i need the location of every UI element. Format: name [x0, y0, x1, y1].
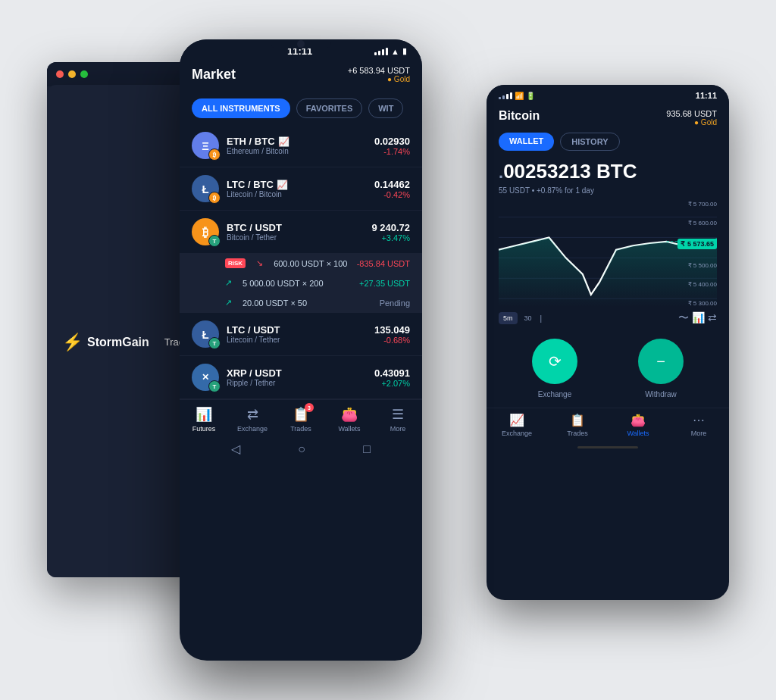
- time-btn-30[interactable]: 30: [520, 312, 537, 324]
- btc-balance: 935.68 USDT: [666, 109, 717, 118]
- nav-futures[interactable]: 📊 Futures: [180, 405, 228, 434]
- risk-badge: RISK: [225, 258, 246, 268]
- eth-btc-price: 0.02930: [374, 136, 410, 147]
- market-row-ltc-btc[interactable]: Ł ₿ LTC / BTC 📈 Litecoin / Bitcoin 0.144…: [180, 167, 422, 211]
- bottom-nav: 📊 Futures ⇄ Exchange 📋 3 Trades 👛 Wallet…: [180, 399, 422, 436]
- bar-chart-btn[interactable]: 📊: [692, 311, 705, 325]
- time-btn-5m[interactable]: 5m: [499, 312, 518, 324]
- market-list: Ξ ₿ ETH / BTC 📈 Ethereum / Bitcoin 0.029…: [180, 124, 422, 399]
- nav-exchange[interactable]: ⇄ Exchange: [228, 405, 277, 434]
- chart-y-3: ₹ 5 500.00: [688, 262, 717, 269]
- center-phone: 11:11 ▲ ▮ Market +6 583.94 USDT ● Gold: [180, 39, 422, 661]
- trades-label: Trades: [290, 425, 311, 433]
- right-signal-icons: 📶 🔋: [499, 92, 535, 100]
- candle-chart-btn[interactable]: ⇄: [708, 311, 717, 325]
- minimize-dot[interactable]: [68, 70, 76, 78]
- btc-usdt-price: 9 240.72: [371, 222, 410, 233]
- back-button[interactable]: ◁: [231, 442, 240, 456]
- maximize-dot[interactable]: [80, 70, 88, 78]
- eth-btc-names: Ethereum / Bitcoin: [227, 147, 367, 155]
- ltc-btc-price: 0.14462: [374, 179, 410, 190]
- logo-text: StormGain: [87, 336, 149, 349]
- line-chart-btn[interactable]: 〜: [678, 311, 689, 325]
- tab-favorites[interactable]: FAVORITES: [296, 98, 363, 118]
- ltc-chart-icon: 📈: [277, 180, 288, 190]
- tab-wit[interactable]: WIT: [368, 98, 403, 118]
- close-dot[interactable]: [56, 70, 64, 78]
- trade-pnl-1: -835.84 USDT: [357, 259, 410, 268]
- exchange-btn-label: Exchange: [538, 390, 571, 398]
- chart-y-2: ₹ 5 600.00: [688, 220, 717, 227]
- right-more-label: More: [691, 430, 707, 437]
- logo-icon: ⚡: [62, 333, 83, 352]
- ltc-usdt-change: -0.68%: [374, 336, 410, 345]
- nav-more[interactable]: ☰ More: [374, 405, 422, 434]
- withdraw-button[interactable]: −: [638, 339, 684, 384]
- wallets-icon: 👛: [341, 406, 358, 423]
- chart-y-4: ₹ 5 400.00: [688, 281, 717, 288]
- trade-arrow-up-2: ↗: [225, 278, 232, 288]
- trade-arrow-down: ↘: [256, 258, 263, 268]
- btc-usdt-icon: ₿ T: [192, 218, 219, 245]
- market-header: Market +6 583.94 USDT ● Gold: [180, 60, 422, 92]
- ltc-usdt-right: 135.049 -0.68%: [374, 324, 410, 345]
- right-exchange-label: Exchange: [502, 430, 532, 437]
- eth-btc-info: ETH / BTC 📈 Ethereum / Bitcoin: [227, 136, 367, 155]
- eth-btc-icon: Ξ ₿: [192, 132, 219, 159]
- btc-usdt-right: 9 240.72 +3.47%: [371, 222, 410, 242]
- right-more-icon: ⋯: [693, 413, 705, 427]
- eth-btc-right: 0.02930 -1.74%: [374, 136, 410, 156]
- history-tab[interactable]: HISTORY: [560, 133, 619, 151]
- wifi-icon: ▲: [391, 47, 399, 56]
- nav-wallets[interactable]: 👛 Wallets: [325, 405, 374, 434]
- battery-icon: ▮: [402, 46, 407, 56]
- right-nav-trades[interactable]: 📋 Trades: [547, 413, 608, 437]
- xrp-usdt-info: XRP / USDT Ripple / Tether: [227, 367, 367, 387]
- ltc-usdt-names: Litecoin / Tether: [227, 336, 367, 344]
- home-button[interactable]: ○: [298, 442, 305, 456]
- wallets-label: Wallets: [338, 425, 360, 433]
- tab-all-instruments[interactable]: ALL INSTRUMENTS: [192, 98, 290, 118]
- trade-row-2[interactable]: ↗ 5 000.00 USDT × 200 +27.35 USDT: [180, 273, 422, 293]
- right-nav-wallets[interactable]: 👛 Wallets: [608, 413, 668, 437]
- right-status-time: 11:11: [696, 91, 717, 100]
- notch: [271, 39, 331, 48]
- wallet-history-tabs: WALLET HISTORY: [487, 133, 729, 151]
- right-nav-more[interactable]: ⋯ More: [668, 413, 729, 437]
- market-title-row: Market +6 583.94 USDT ● Gold: [192, 66, 410, 83]
- trade-info-3: 20.00 USDT × 50: [242, 298, 372, 308]
- market-row-xrp-usdt[interactable]: ✕ T XRP / USDT Ripple / Tether 0.43091 +…: [180, 356, 422, 399]
- chart-y-5: ₹ 5 300.00: [688, 300, 717, 307]
- ltc-usdt-icon: Ł T: [192, 320, 219, 348]
- trade-pnl-2: +27.35 USDT: [359, 279, 410, 288]
- market-row-btc-usdt[interactable]: ₿ T BTC / USDT Bitcoin / Tether 9 240.72…: [180, 211, 422, 254]
- eth-btc-change: -1.74%: [374, 147, 410, 156]
- trade-row-1[interactable]: RISK ↘ 600.00 USDT × 100 -835.84 USDT: [180, 254, 422, 273]
- ltc-btc-pair: LTC / BTC 📈: [227, 179, 367, 190]
- trade-row-3[interactable]: ↗ 20.00 USDT × 50 Pending: [180, 293, 422, 313]
- android-nav: ◁ ○ □: [180, 436, 422, 468]
- futures-icon: 📊: [196, 406, 212, 423]
- btc-balance-right: 935.68 USDT ● Gold: [666, 109, 717, 127]
- exchange-button[interactable]: ⟳: [532, 339, 577, 384]
- trades-badge: 3: [305, 403, 314, 412]
- withdraw-btn-label: Withdraw: [645, 390, 677, 398]
- balance-amount: +6 583.94 USDT: [348, 66, 410, 75]
- ltc-btc-icon: Ł ₿: [192, 175, 219, 202]
- btc-chart: ₹ 5 700.00 ₹ 5 600.00 ₹ 5 573.65 ₹ 5 500…: [499, 201, 717, 307]
- right-nav-exchange[interactable]: 📈 Exchange: [487, 413, 547, 437]
- right-bottom-nav: 📈 Exchange 📋 Trades 👛 Wallets ⋯ More: [487, 408, 729, 443]
- btc-subtitle: 55 USDT • +0.87% for 1 day: [487, 186, 729, 201]
- right-signal-bars-icon: [499, 92, 512, 99]
- recents-button[interactable]: □: [363, 442, 371, 456]
- nav-trades[interactable]: 📋 3 Trades: [277, 405, 325, 434]
- market-row-eth-btc[interactable]: Ξ ₿ ETH / BTC 📈 Ethereum / Bitcoin 0.029…: [180, 124, 422, 167]
- exchange-btn-icon: ⟳: [549, 352, 562, 370]
- market-title: Market: [192, 67, 236, 83]
- wallet-tab[interactable]: WALLET: [499, 133, 554, 151]
- btc-title: Bitcoin: [499, 109, 540, 123]
- right-trades-label: Trades: [567, 430, 588, 437]
- more-icon: ☰: [392, 406, 404, 423]
- market-row-ltc-usdt[interactable]: Ł T LTC / USDT Litecoin / Tether 135.049…: [180, 313, 422, 356]
- eth-btc-pair: ETH / BTC 📈: [227, 136, 367, 147]
